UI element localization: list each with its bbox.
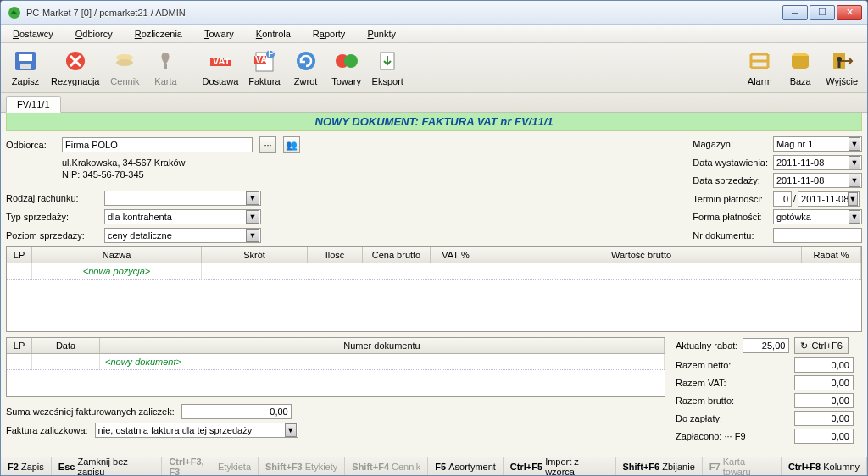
menu-raporty[interactable]: Raporty [313, 29, 346, 39]
odbiorca-input[interactable] [62, 137, 253, 152]
card-icon [150, 47, 181, 75]
delivery-icon: VAT [205, 47, 236, 75]
svg-point-18 [344, 54, 358, 68]
cennik-button: Cennik [105, 45, 144, 89]
cancel-icon [60, 47, 91, 75]
towary-button[interactable]: Towary [327, 45, 366, 89]
documents-grid[interactable]: LP Data Numer dokumentu <nowy dokument> [6, 337, 665, 397]
tab-fv111[interactable]: FV/11/1 [6, 96, 61, 113]
poziom-select[interactable] [104, 228, 261, 243]
svg-rect-7 [164, 64, 167, 69]
faktura-zaliczkowa-label: Faktura zaliczkowa: [6, 425, 88, 435]
odbiorca-nip: NIP: 345-56-78-345 [62, 169, 362, 180]
new-position-row[interactable]: <nowa pozycja> [7, 263, 861, 280]
brutto-label: Razem brutto: [676, 396, 789, 406]
zwrot-button[interactable]: Zwrot [287, 45, 326, 89]
svg-rect-3 [20, 64, 31, 69]
zaplaty-label: Do zapłaty: [676, 413, 789, 423]
data-sprz-label: Data sprzedaży: [693, 175, 768, 185]
chevron-down-icon[interactable]: ▼ [246, 229, 259, 242]
chevron-down-icon[interactable]: ▼ [848, 192, 858, 206]
positions-grid-header: LP Nazwa Skrót Ilość Cena brutto VAT % W… [7, 247, 861, 263]
nrdok-label: Nr dokumentu: [693, 230, 768, 241]
zapisz-button[interactable]: Zapisz [6, 45, 45, 89]
chevron-down-icon[interactable]: ▼ [285, 423, 297, 437]
poziom-label: Poziom sprzedaży: [6, 230, 97, 241]
brutto-value: 0,00 [794, 393, 854, 408]
status-asortyment[interactable]: F5 Asortyment [428, 457, 504, 475]
chevron-down-icon[interactable]: ▼ [246, 191, 259, 205]
status-f2[interactable]: F2 Zapis [1, 457, 52, 475]
return-icon [291, 47, 321, 75]
menu-kontrola[interactable]: Kontrola [256, 29, 291, 39]
new-document-row[interactable]: <nowy dokument> [7, 354, 665, 370]
svg-point-16 [297, 52, 315, 70]
rezygnacja-button[interactable]: Rezygnacja [47, 45, 103, 89]
svg-point-22 [837, 57, 842, 62]
chevron-down-icon[interactable]: ▼ [849, 174, 860, 187]
status-etykiety: Shift+F3 Etykiety [259, 457, 345, 475]
rabat-button[interactable]: ↻ Ctrl+F6 [794, 337, 848, 354]
odbiorca-extra-button[interactable]: 👥 [283, 136, 300, 153]
database-icon [785, 47, 815, 75]
rabat-value: 25,00 [743, 338, 789, 353]
menu-punkty[interactable]: Punkty [367, 29, 396, 39]
termin-days-input[interactable] [773, 191, 792, 207]
odbiorca-label: Odbiorca: [6, 140, 55, 150]
baza-button[interactable]: Baza [781, 45, 820, 89]
menu-dostawcy[interactable]: Dostawcy [13, 29, 53, 39]
app-icon [8, 6, 21, 19]
wyjscie-button[interactable]: Wyjście [821, 45, 862, 89]
menu-rozliczenia[interactable]: Rozliczenia [135, 29, 182, 39]
pricelist-icon [109, 47, 140, 75]
refresh-icon: ↻ [800, 340, 808, 351]
suma-zaliczek-label: Suma wcześniej fakturowanych zaliczek: [6, 407, 175, 417]
document-tabs: FV/11/1 [1, 93, 867, 113]
typ-select[interactable] [104, 209, 261, 224]
status-import[interactable]: Ctrl+F5 Import z wzorca [504, 457, 616, 475]
vat-label: Razem VAT: [676, 378, 789, 388]
close-button[interactable]: ✕ [837, 5, 862, 20]
svg-point-6 [116, 59, 133, 66]
chevron-down-icon[interactable]: ▼ [849, 137, 860, 151]
minimize-button[interactable]: ─ [782, 5, 808, 20]
maximize-button[interactable]: ☐ [810, 5, 835, 20]
magazyn-label: Magazyn: [693, 139, 768, 149]
toolbar: Zapisz Rezygnacja Cennik Karta VAT Dosta… [1, 43, 867, 93]
chevron-down-icon[interactable]: ▼ [246, 210, 259, 224]
status-karta: F7 Karta towaru [703, 457, 782, 475]
zaplaty-value: 0,00 [794, 411, 854, 426]
goods-icon [331, 47, 362, 75]
odbiorca-address: ul.Krakowska, 34-567 Kraków [62, 157, 362, 169]
netto-value: 0,00 [794, 357, 854, 373]
chevron-down-icon[interactable]: ▼ [849, 156, 860, 169]
positions-grid[interactable]: LP Nazwa Skrót Ilość Cena brutto VAT % W… [6, 246, 862, 332]
status-cennik: Shift+F4 Cennik [345, 457, 428, 475]
people-icon: 👥 [286, 140, 298, 151]
eksport-button[interactable]: Eksport [368, 45, 408, 89]
status-kolumny[interactable]: Ctrl+F8 Kolumny [782, 457, 867, 475]
suma-zaliczek-input[interactable] [181, 404, 292, 419]
menu-bar: Dostawcy Odbiorcy Rozliczenia Towary Kon… [1, 25, 867, 43]
documents-grid-header: LP Data Numer dokumentu [7, 338, 665, 354]
netto-label: Razem netto: [676, 360, 789, 370]
odbiorca-lookup-button[interactable]: ··· [259, 136, 276, 153]
menu-towary[interactable]: Towary [204, 29, 234, 39]
zaplacono-value: 0,00 [794, 429, 854, 444]
rodzaj-select[interactable] [104, 191, 261, 206]
faktura-button[interactable]: VATP Faktura [244, 45, 284, 89]
svg-text:P: P [268, 49, 274, 58]
dostawa-button[interactable]: VAT Dostawa [198, 45, 242, 89]
window-title: PC-Market 7 [0] / pcmarket21 / ADMIN [26, 8, 782, 18]
chevron-down-icon[interactable]: ▼ [849, 210, 860, 224]
status-esc[interactable]: Esc Zamknij bez zapisu [52, 457, 163, 475]
alarm-icon [744, 47, 775, 75]
alarm-button[interactable]: Alarm [740, 45, 779, 89]
status-zbijanie[interactable]: Shift+F6 Zbijanie [616, 457, 703, 475]
nrdok-input[interactable] [773, 228, 862, 243]
forma-label: Forma płatności: [693, 212, 768, 222]
zaplacono-label[interactable]: Zapłacono: ··· F9 [676, 431, 789, 441]
menu-odbiorcy[interactable]: Odbiorcy [75, 29, 113, 39]
faktura-zaliczkowa-select[interactable] [95, 423, 298, 438]
rodzaj-label: Rodzaj rachunku: [6, 193, 97, 203]
